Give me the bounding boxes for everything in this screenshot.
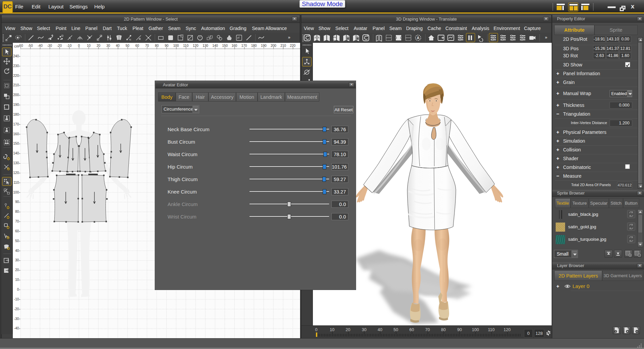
svg-text:100: 100 [173, 44, 179, 48]
svg-text:180: 180 [251, 44, 257, 48]
svg-text:-40: -40 [14, 326, 19, 330]
svg-text:0: 0 [315, 327, 318, 332]
svg-text:130: 130 [203, 44, 208, 48]
svg-text:230: 230 [13, 64, 19, 68]
svg-text:80: 80 [15, 210, 19, 213]
svg-text:30: 30 [15, 258, 19, 262]
svg-text:160: 160 [13, 132, 19, 136]
svg-text:50: 50 [125, 44, 129, 48]
svg-text:190: 190 [13, 103, 19, 107]
svg-text:70: 70 [15, 220, 19, 223]
svg-text:40: 40 [15, 249, 19, 253]
svg-text:10: 10 [87, 44, 91, 48]
svg-text:120: 120 [193, 44, 199, 48]
svg-text:40: 40 [378, 327, 382, 332]
svg-text:100: 100 [472, 327, 479, 332]
svg-text:-50: -50 [28, 44, 33, 48]
svg-text:-10: -10 [14, 297, 19, 301]
svg-text:70: 70 [145, 44, 149, 48]
svg-text:-20: -20 [14, 307, 19, 311]
svg-text:-10: -10 [67, 44, 72, 48]
svg-text:-30: -30 [47, 44, 52, 48]
svg-text:A: A [417, 36, 419, 40]
svg-text:100: 100 [13, 191, 19, 194]
svg-text:20: 20 [15, 268, 19, 272]
svg-text:130: 130 [13, 161, 19, 165]
svg-text:170: 170 [13, 122, 19, 126]
svg-text:60: 60 [135, 44, 139, 48]
svg-text:50: 50 [15, 239, 19, 243]
svg-text:110: 110 [488, 327, 495, 332]
svg-text:240: 240 [13, 54, 19, 58]
svg-text:180: 180 [13, 113, 19, 116]
svg-text:120: 120 [504, 327, 511, 332]
svg-text:30: 30 [362, 327, 367, 332]
svg-text:190: 190 [261, 44, 267, 48]
svg-text:120: 120 [13, 171, 19, 175]
svg-text:110: 110 [183, 44, 188, 48]
svg-text:200: 200 [271, 44, 276, 48]
svg-text:0: 0 [78, 44, 80, 48]
svg-text:70: 70 [425, 327, 430, 332]
svg-text:60: 60 [15, 229, 19, 233]
svg-text:80: 80 [155, 44, 159, 48]
svg-text:0: 0 [17, 288, 19, 291]
svg-text:210: 210 [13, 83, 19, 87]
svg-text:20: 20 [96, 44, 100, 48]
svg-text:200: 200 [13, 93, 19, 97]
svg-text:-40: -40 [38, 44, 43, 48]
svg-text:140: 140 [212, 44, 218, 48]
svg-text:210: 210 [281, 44, 286, 48]
svg-text:cm: cm [14, 44, 19, 48]
svg-text:40: 40 [116, 44, 120, 48]
svg-text:30: 30 [106, 44, 110, 48]
svg-text:10: 10 [330, 327, 334, 332]
svg-text:150: 150 [13, 142, 19, 145]
svg-text:-30: -30 [14, 317, 19, 321]
svg-text:110: 110 [13, 181, 19, 184]
svg-text:150: 150 [222, 44, 228, 48]
svg-text:60: 60 [409, 327, 414, 332]
svg-text:N: N [129, 38, 131, 41]
svg-text:220: 220 [13, 74, 19, 78]
svg-text:160: 160 [232, 44, 237, 48]
svg-text:170: 170 [241, 44, 247, 48]
svg-text:90: 90 [165, 44, 169, 48]
svg-text:50: 50 [393, 327, 398, 332]
svg-text:140: 140 [13, 151, 19, 155]
svg-text:10: 10 [15, 278, 19, 282]
svg-text:90: 90 [15, 200, 19, 204]
svg-text:80: 80 [441, 327, 446, 332]
svg-text:90: 90 [457, 327, 462, 332]
svg-text:20: 20 [346, 327, 350, 332]
svg-text:220: 220 [290, 44, 296, 48]
svg-text:-20: -20 [57, 44, 62, 48]
